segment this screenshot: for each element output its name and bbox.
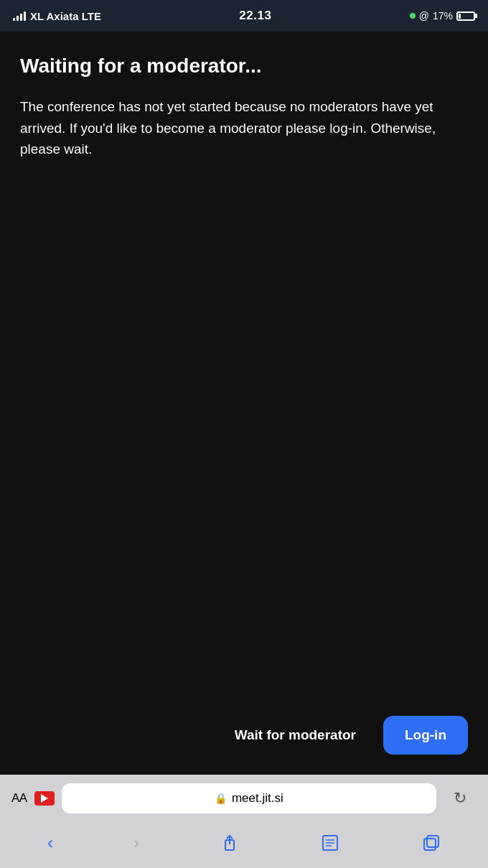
login-button[interactable]: Log-in <box>383 716 468 755</box>
bookmarks-icon <box>320 833 340 853</box>
signal-bar-4 <box>24 11 26 21</box>
battery-icon <box>456 11 475 21</box>
svg-rect-6 <box>424 839 436 850</box>
forward-icon: › <box>133 833 139 853</box>
reload-button[interactable]: ↻ <box>444 783 477 813</box>
active-indicator-icon <box>410 13 416 19</box>
signal-bar-1 <box>13 18 15 21</box>
action-bar: Wait for moderator Log-in <box>0 696 488 775</box>
browser-nav-row: ‹ › <box>0 821 488 868</box>
battery-percent: 17% <box>433 10 453 22</box>
wait-for-moderator-button[interactable]: Wait for moderator <box>225 720 366 750</box>
bookmarks-button[interactable] <box>314 827 346 859</box>
forward-button[interactable]: › <box>128 827 145 859</box>
status-time: 22.13 <box>239 9 271 23</box>
page-title: Waiting for a moderator... <box>20 53 468 79</box>
reload-icon: ↻ <box>449 789 471 808</box>
address-bar[interactable]: 🔒 meet.jit.si <box>62 783 436 813</box>
signal-bar-3 <box>20 14 22 21</box>
share-button[interactable] <box>214 827 245 859</box>
battery-fill <box>459 14 461 19</box>
status-left: XL Axiata LTE <box>13 10 101 22</box>
video-icon <box>34 791 55 806</box>
signal-bars-icon <box>13 11 26 21</box>
at-icon: @ <box>419 10 429 22</box>
tabs-icon <box>421 833 441 853</box>
carrier-label: XL Axiata LTE <box>30 10 101 22</box>
lock-icon: 🔒 <box>215 793 227 804</box>
url-text: meet.jit.si <box>232 791 283 806</box>
text-size-button[interactable]: AA <box>11 791 27 806</box>
back-icon: ‹ <box>47 833 53 853</box>
address-bar-row: AA 🔒 meet.jit.si ↻ <box>0 775 488 821</box>
page-description: The conference has not yet started becau… <box>20 96 468 159</box>
main-content: Waiting for a moderator... The conferenc… <box>0 32 488 696</box>
back-button[interactable]: ‹ <box>42 827 59 859</box>
signal-bar-2 <box>17 16 19 21</box>
status-right: @ 17% <box>410 10 475 22</box>
svg-rect-7 <box>427 836 438 847</box>
status-bar: XL Axiata LTE 22.13 @ 17% <box>0 0 488 32</box>
share-icon <box>220 833 240 853</box>
tabs-button[interactable] <box>415 827 446 859</box>
browser-bar: AA 🔒 meet.jit.si ↻ ‹ › <box>0 775 488 868</box>
